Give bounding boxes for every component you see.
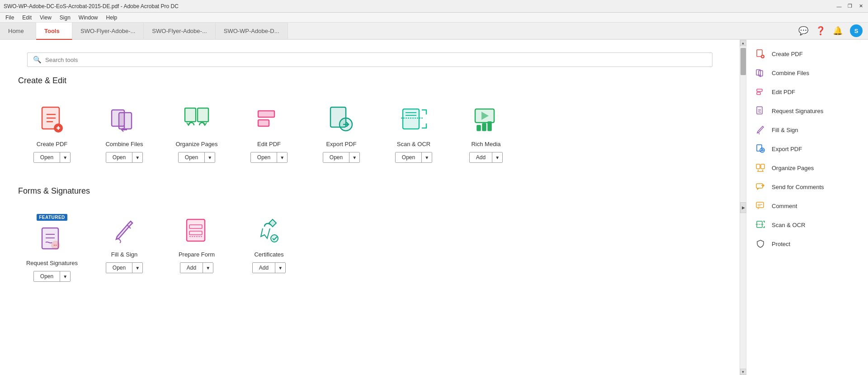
right-sidebar: Create PDF Combine Files E [746,40,868,375]
help-icon[interactable]: ❓ [816,26,826,36]
svg-rect-33 [482,123,486,131]
svg-rect-58 [757,107,762,114]
user-avatar[interactable]: S [850,24,863,37]
fill-sign-open-btn[interactable]: Open [106,263,132,273]
minimize-button[interactable]: — [835,3,843,10]
forms-signatures-section: Forms & Signatures FEATURED [18,186,722,287]
certificates-arrow-btn[interactable]: ▼ [275,263,285,273]
prepare-form-add-btn[interactable]: Add [180,263,203,273]
rich-media-btn-group: Add ▼ [469,152,503,163]
tool-fill-sign: Fill & Sign Open ▼ [90,207,158,287]
tab-flyer1[interactable]: SWO-Flyer-Adobe-... [72,23,144,39]
organize-pages-arrow-btn[interactable]: ▼ [204,152,215,162]
sidebar-item-export-pdf[interactable]: Export PDF [746,139,868,158]
menu-help[interactable]: Help [103,14,121,22]
search-input[interactable] [45,57,707,63]
sidebar-item-protect[interactable]: Protect [746,234,868,253]
export-pdf-open-btn[interactable]: Open [323,152,349,162]
tab-home[interactable]: Home [0,23,36,39]
sidebar-item-send-for-comments[interactable]: Send for Comments [746,177,868,196]
create-pdf-arrow-btn[interactable]: ▼ [60,152,70,162]
scan-ocr-label: Scan & OCR [397,141,430,147]
svg-rect-32 [477,125,481,131]
sidebar-comment-icon [755,201,765,211]
scroll-expand-btn[interactable]: ▶ [740,202,746,213]
organize-pages-open-btn[interactable]: Open [179,152,204,162]
sidebar-item-scan-ocr[interactable]: Scan & OCR [746,215,868,234]
combine-files-arrow-btn[interactable]: ▼ [132,152,142,162]
chat-icon[interactable]: 💬 [798,26,808,36]
menu-view[interactable]: View [36,14,55,22]
menu-sign[interactable]: Sign [56,14,74,22]
fill-sign-arrow-btn[interactable]: ▼ [132,263,142,273]
sidebar-item-organize-pages[interactable]: Organize Pages [746,158,868,177]
scan-ocr-arrow-btn[interactable]: ▼ [421,152,432,162]
scrollbar[interactable]: ▲ ▼ ▶ [740,40,746,375]
rich-media-add-btn[interactable]: Add [470,152,492,162]
tab-wp[interactable]: SWO-WP-Adobe-D... [216,23,288,39]
sidebar-item-combine-files[interactable]: Combine Files [746,63,868,82]
scroll-thumb[interactable] [741,48,746,75]
forms-signatures-grid: FEATURED Request Signatures [18,207,722,287]
sidebar-item-comment[interactable]: Comment [746,196,868,215]
create-edit-title: Create & Edit [18,76,722,85]
tab-flyer2[interactable]: SWO-Flyer-Adobe-... [144,23,215,39]
title-bar-controls: — ❐ ✕ [835,3,864,10]
create-pdf-label: Create PDF [37,141,68,147]
prepare-form-label: Prepare Form [179,251,215,258]
menu-window[interactable]: Window [75,14,102,22]
sidebar-edit-pdf-icon [755,87,765,97]
tool-edit-pdf: Edit PDF Open ▼ [235,96,303,168]
sidebar-item-request-signatures[interactable]: Request Signatures [746,101,868,120]
certificates-label: Certificates [254,251,283,258]
tool-organize-pages: Organize Pages Open ▼ [163,96,231,168]
tab-tools[interactable]: Tools [36,23,72,40]
certificates-btn-group: Add ▼ [252,262,286,273]
forms-signatures-title: Forms & Signatures [18,186,722,196]
search-icon: 🔍 [33,56,42,64]
organize-pages-icon [180,104,213,136]
edit-pdf-open-btn[interactable]: Open [251,152,277,162]
sidebar-edit-pdf-label: Edit PDF [772,89,795,95]
scan-ocr-open-btn[interactable]: Open [396,152,421,162]
create-pdf-btn-group: Open ▼ [33,152,71,163]
tool-rich-media: Rich Media Add ▼ [452,96,520,168]
create-pdf-open-btn[interactable]: Open [34,152,60,162]
scroll-down-btn[interactable]: ▼ [740,369,746,375]
restore-button[interactable]: ❐ [846,3,854,10]
request-signatures-icon [36,223,68,255]
tool-create-pdf: Create PDF Open ▼ [18,96,86,168]
tool-export-pdf: Export PDF Open ▼ [307,96,375,168]
sidebar-item-edit-pdf[interactable]: Edit PDF [746,82,868,101]
export-pdf-arrow-btn[interactable]: ▼ [349,152,359,162]
notification-icon[interactable]: 🔔 [833,26,843,36]
request-signatures-btn-group: Open ▼ [33,271,71,282]
sidebar-scan-ocr-icon [755,220,765,230]
sidebar-item-create-pdf[interactable]: Create PDF [746,44,868,63]
tool-scan-ocr: Scan & OCR Open ▼ [380,96,448,168]
sidebar-organize-pages-icon [755,163,765,173]
request-signatures-arrow-btn[interactable]: ▼ [60,271,70,281]
organize-pages-label: Organize Pages [175,141,217,147]
combine-files-open-btn[interactable]: Open [106,152,132,162]
tool-request-signatures: FEATURED Request Signatures [18,207,86,287]
sidebar-item-fill-sign[interactable]: Fill & Sign [746,120,868,139]
sidebar-organize-pages-label: Organize Pages [772,165,814,171]
prepare-form-arrow-btn[interactable]: ▼ [203,263,213,273]
rich-media-arrow-btn[interactable]: ▼ [492,152,502,162]
scroll-up-btn[interactable]: ▲ [740,40,746,46]
sidebar-scan-ocr-label: Scan & OCR [772,222,805,228]
featured-badge: FEATURED [37,214,67,221]
export-pdf-label: Export PDF [326,141,356,147]
request-signatures-open-btn[interactable]: Open [34,271,60,281]
menu-file[interactable]: File [2,14,18,22]
export-pdf-btn-group: Open ▼ [323,152,360,163]
close-button[interactable]: ✕ [857,3,864,10]
menu-edit[interactable]: Edit [19,14,35,22]
edit-pdf-arrow-btn[interactable]: ▼ [277,152,287,162]
combine-files-btn-group: Open ▼ [106,152,143,163]
svg-rect-12 [185,108,196,122]
sidebar-export-pdf-icon [755,144,765,154]
certificates-add-btn[interactable]: Add [253,263,275,273]
svg-rect-14 [198,108,208,122]
